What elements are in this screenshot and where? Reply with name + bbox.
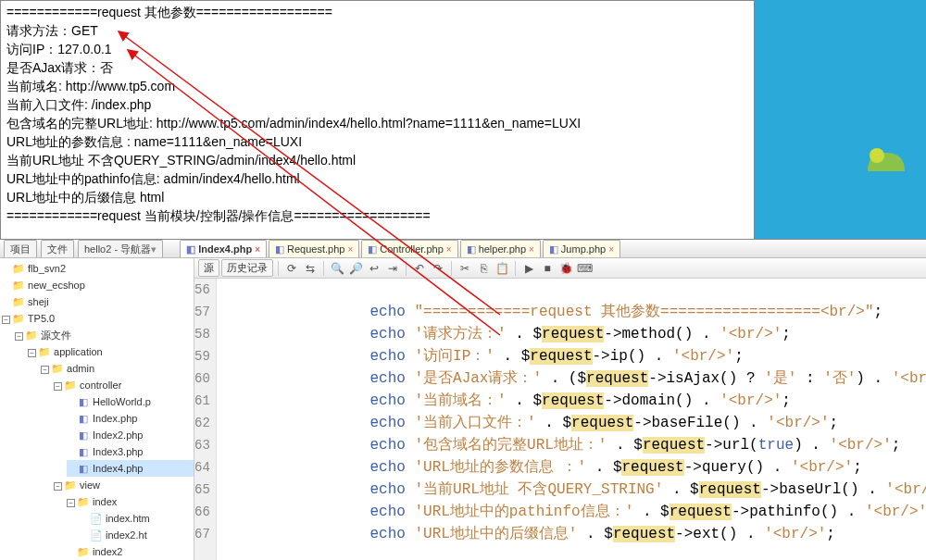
output-line: URL地址的参数信息 : name=1111&en_name=LUXI [6,132,748,151]
file-tab[interactable]: ◧ Jump.php × [543,240,620,257]
code-content[interactable]: echo "============request 其他参数==========… [217,279,926,560]
ide-window: 项目文件hello2 - 导航器 ▾ ◧ Index4.php ×◧ Reque… [0,239,926,560]
tree-node[interactable]: −📁 TP5.0 [2,310,194,327]
tree-node[interactable]: 📁 new_ecshop [2,277,194,293]
close-icon[interactable]: × [608,244,614,255]
code-line[interactable]: echo 'URL地址中的pathinfo信息：' . $request->pa… [228,501,926,523]
code-line[interactable] [228,279,926,301]
close-icon[interactable]: × [446,244,452,255]
tree-node[interactable]: 📄 index.htm [80,510,194,527]
code-line[interactable]: echo '访问IP：' . $request->ip() . '<br/>'; [228,345,926,367]
tree-node[interactable]: −📁 view [54,477,194,493]
project-tab[interactable]: hello2 - 导航器 ▾ [78,240,163,257]
editor-toolbar: 源 历史记录 ⟳ ⇆ 🔍 🔎 ↩ ⇥ ↶ ↷ ✂ ⎘ 📋 ▶ ■ [194,258,926,279]
run-icon[interactable]: ▶ [520,260,537,277]
editor-area: 源 历史记录 ⟳ ⇆ 🔍 🔎 ↩ ⇥ ↶ ↷ ✂ ⎘ 📋 ▶ ■ [194,258,926,560]
tree-node[interactable]: ◧ Index.php [67,410,194,427]
close-icon[interactable]: × [347,244,353,255]
cut-icon[interactable]: ✂ [457,260,473,277]
history-button[interactable]: 历史记录 [221,259,273,277]
tree-node[interactable]: ◧ HelloWorld.p [67,393,194,410]
output-line: 当前域名: http://www.tp5.com [6,77,748,95]
desktop-decoration-icon [863,139,909,176]
code-line[interactable]: echo '当前入口文件：' . $request->baseFile() . … [228,412,926,434]
svg-point-2 [870,148,884,163]
tree-node[interactable]: ◧ Index4.php [67,460,194,477]
close-icon[interactable]: × [529,244,534,255]
tree-node[interactable]: −📁 application [28,343,194,360]
output-line: ============request 其他参数================… [6,3,748,21]
file-tab[interactable]: ◧ helper.php × [460,240,541,257]
tree-node[interactable]: ◧ Index2.php [67,427,194,443]
output-line: 是否AJax请求：否 [6,58,748,77]
ide-tab-bar: 项目文件hello2 - 导航器 ▾ ◧ Index4.php ×◧ Reque… [0,240,926,258]
output-line: 当前入口文件: /index.php [6,95,748,114]
source-button[interactable]: 源 [198,259,219,277]
code-line[interactable]: echo '当前域名：' . $request->domain() . '<br… [228,390,926,412]
file-tab[interactable]: ◧ Controller.php × [361,240,457,257]
file-tree-panel[interactable]: 📁 flb_svn2📁 new_ecshop📁 sheji−📁 TP5.0−📁 … [0,258,194,560]
zoom-out-icon[interactable]: 🔍 [329,260,345,277]
tree-node[interactable]: 📁 flb_svn2 [2,260,194,277]
wrap-icon[interactable]: ↩ [366,260,382,277]
sync-icon[interactable]: ⇆ [302,260,319,277]
stop-icon[interactable]: ■ [539,260,556,277]
code-line[interactable]: echo 'URL地址的参数信息 ：' . $request->query() … [228,456,926,479]
tree-node[interactable]: −📁 index [67,493,194,510]
code-line[interactable]: echo '是否AJax请求：' . ($request->isAjax() ?… [228,367,926,390]
output-line: URL地址中的后缀信息 html [6,188,748,206]
paste-icon[interactable]: 📋 [494,260,510,277]
output-line: 请求方法：GET [6,21,748,40]
tree-node[interactable]: ◧ Index3.php [67,443,194,460]
tree-node[interactable]: −📁 源文件 [15,327,194,343]
code-line[interactable]: echo '请求方法：' . $request->method() . '<br… [228,323,926,345]
zoom-in-icon[interactable]: 🔎 [347,260,364,277]
undo-icon[interactable]: ↶ [411,260,428,277]
code-editor[interactable]: 565758596061626364656667 echo "=========… [194,279,926,560]
code-line[interactable]: echo '当前URL地址 不含QUERY_STRING' . $request… [228,479,926,501]
output-line: URL地址中的pathinfo信息: admin/index4/hello.ht… [6,169,748,188]
output-line: 访问IP：127.0.0.1 [6,40,748,58]
tree-node[interactable]: 📄 index2.ht [80,527,194,543]
close-icon[interactable]: × [255,244,260,255]
terminal-icon[interactable]: ⌨ [576,260,593,277]
output-line: ============request 当前模块/控制器/操作信息=======… [6,206,748,225]
tree-node[interactable]: 📁 index2 [67,543,194,560]
project-tab[interactable]: 项目 [4,240,37,257]
tree-node[interactable]: −📁 controller [54,377,194,393]
redo-icon[interactable]: ↷ [430,260,446,277]
tree-node[interactable]: −📁 admin [41,360,194,377]
file-tab[interactable]: ◧ Request.php × [269,240,359,257]
line-gutter: 565758596061626364656667 [194,279,217,560]
browser-output-panel: ============request 其他参数================… [0,0,755,239]
refresh-icon[interactable]: ⟳ [283,260,300,277]
code-line[interactable]: echo "============request 其他参数==========… [228,301,926,323]
output-line: 包含域名的完整URL地址: http://www.tp5.com/admin/i… [6,114,748,132]
project-tab[interactable]: 文件 [41,240,74,257]
copy-icon[interactable]: ⎘ [475,260,492,277]
tree-node[interactable]: 📁 sheji [2,293,194,310]
indent-icon[interactable]: ⇥ [384,260,401,277]
output-line: 当前URL地址 不含QUERY_STRING/admin/index4/hell… [6,151,748,169]
code-line[interactable]: echo 'URL地址中的后缀信息' . $request->ext() . '… [228,523,926,545]
file-tab[interactable]: ◧ Index4.php × [180,240,267,257]
code-line[interactable]: echo '包含域名的完整URL地址：' . $request->url(tru… [228,434,926,456]
debug-icon[interactable]: 🐞 [557,260,574,277]
